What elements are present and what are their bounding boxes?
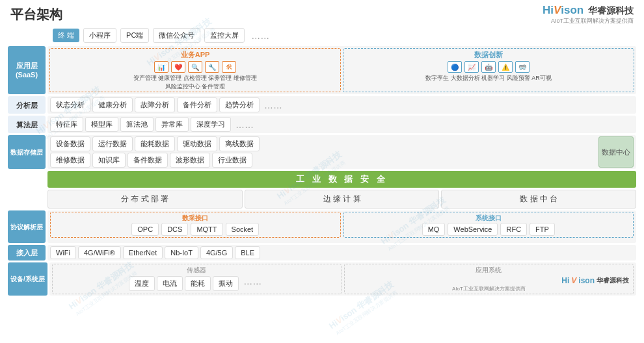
access-row: 接入层 WiFi 4G/WiFi® EtherNet Nb-IoT 4G/5G … xyxy=(8,245,636,260)
access-ethernet: EtherNet xyxy=(123,246,163,259)
application-label: 应用层(SaaS) xyxy=(8,46,46,94)
analysis-dots: …… xyxy=(262,100,285,110)
proto-mqtt: MQTT xyxy=(191,223,222,236)
sensor-title: 传感器 xyxy=(57,266,337,275)
protocol-sys-section: 系统接口 MQ WebService RFC FTP xyxy=(343,212,634,238)
proto-dcs: DCS xyxy=(161,223,188,236)
app-system-title: 应用系统 xyxy=(349,266,629,275)
analysis-trend: 趋势分析 xyxy=(219,97,260,112)
storage-knowledge: 知识库 xyxy=(92,153,126,168)
page-title: 平台架构 xyxy=(10,6,62,23)
storage-waveform: 波形数据 xyxy=(170,153,210,168)
protocol-sys-items: MQ WebService RFC FTP xyxy=(348,223,630,236)
security-row: 工 业 数 据 安 全 xyxy=(8,171,636,188)
access-wifi: WiFi xyxy=(50,246,76,259)
device-row: 设备/系统层 传感器 温度 电流 能耗 振动 …… 应用系统 HiVison xyxy=(8,262,636,296)
protocol-sys-title: 系统接口 xyxy=(348,214,630,223)
sensor-vibration: 振动 xyxy=(213,276,239,291)
terminal-wechat: 微信公众号 xyxy=(153,28,200,43)
data-innovation-section: 数据创新 🔵 📈 🤖 ⚠️ 🥽 数字孪生 大数据分析 机器学习 风险预警 AR可… xyxy=(343,48,634,92)
terminal-content: 终 端 小程序 PC端 微信公众号 监控大屏 …… xyxy=(47,27,636,44)
app-icon-maintain: 🔧 xyxy=(205,61,219,73)
application-row: 应用层(SaaS) 业务APP 📊 ❤️ 🔍 🔧 🛠 资产管理 健康管理 点检管… xyxy=(8,46,636,94)
protocol-label: 协议解析层 xyxy=(8,210,46,243)
logo-brand: 华睿源科技 xyxy=(588,5,634,16)
analysis-row: 分析层 状态分析 健康分析 故障分析 备件分析 趋势分析 …… xyxy=(8,96,636,114)
application-content: 业务APP 📊 ❤️ 🔍 🔧 🛠 资产管理 健康管理 点检管理 保养管理 维修管… xyxy=(47,46,636,94)
data-icon-ml: 🤖 xyxy=(481,61,496,73)
sensor-current: 电流 xyxy=(157,276,183,291)
architecture-grid: 终 端 小程序 PC端 微信公众号 监控大屏 …… 应用层(SaaS) 业务AP… xyxy=(8,27,636,296)
storage-energy: 能耗数据 xyxy=(135,136,175,151)
sensor-section: 传感器 温度 电流 能耗 振动 …… xyxy=(52,264,342,294)
security-spacer xyxy=(8,171,46,188)
algorithm-row: 算法层 特征库 模型库 算法池 异常库 深度学习 …… xyxy=(8,116,636,133)
analysis-status: 状态分析 xyxy=(50,97,90,112)
app-icon-inspect: 🔍 xyxy=(188,61,202,73)
data-icon-twin: 🔵 xyxy=(448,61,462,73)
algo-feature: 特征库 xyxy=(50,117,83,132)
logo-area: HiVison 华睿源科技 AIoT工业互联网解决方案提供商 xyxy=(543,4,634,25)
storage-repair: 维修数据 xyxy=(50,153,90,168)
proto-socket: Socket xyxy=(226,223,260,236)
proto-rfc: RFC xyxy=(500,223,527,236)
device-content: 传感器 温度 电流 能耗 振动 …… 应用系统 HiVison 华睿源科技 xyxy=(49,262,636,296)
storage-offline: 离线数据 xyxy=(219,136,260,151)
distribution-row: 分 布 式 部 署 边 缘 计 算 数 据 中 台 xyxy=(8,190,636,209)
protocol-sections: 数采接口 OPC DCS MQTT Socket 系统接口 MQ xyxy=(50,212,634,238)
logo-ison: ison xyxy=(561,4,584,16)
access-ble: BLE xyxy=(235,246,260,259)
analysis-content: 状态分析 健康分析 故障分析 备件分析 趋势分析 …… xyxy=(47,96,636,114)
terminal-dots: …… xyxy=(248,31,272,41)
app-system-sub: AIoT工业互联网解决方案提供商 xyxy=(349,285,629,292)
analysis-health: 健康分析 xyxy=(92,97,133,112)
algo-anomaly: 异常库 xyxy=(155,117,189,132)
terminal-label: 终 端 xyxy=(53,29,79,42)
app-icon-asset: 📊 xyxy=(154,61,168,73)
storage-operation: 运行数据 xyxy=(92,136,133,151)
analysis-fault: 故障分析 xyxy=(135,97,175,112)
terminal-miniapp: 小程序 xyxy=(83,28,116,43)
logo-subtitle: AIoT工业互联网解决方案提供商 xyxy=(551,17,634,25)
access-label: 接入层 xyxy=(8,245,46,260)
access-4gwifi: 4G/WiFi® xyxy=(78,246,121,259)
storage-label: 数据存储层 xyxy=(8,135,46,169)
business-app-title: 业务APP xyxy=(53,50,338,60)
storage-industry: 行业数据 xyxy=(212,153,252,168)
protocol-row: 协议解析层 数采接口 OPC DCS MQTT Socket xyxy=(8,210,636,243)
proto-ftp: FTP xyxy=(530,223,555,236)
sensor-dots: …… xyxy=(241,276,264,291)
protocol-data-items: OPC DCS MQTT Socket xyxy=(55,223,336,236)
analysis-label: 分析层 xyxy=(8,96,46,114)
storage-row2: 维修数据 知识库 备件数据 波形数据 行业数据 xyxy=(50,153,597,168)
algorithm-dots: …… xyxy=(233,120,256,130)
proto-mq: MQ xyxy=(422,223,446,236)
storage-device: 设备数据 xyxy=(50,136,90,151)
proto-webservice: WebService xyxy=(448,223,498,236)
sensor-temp: 温度 xyxy=(129,276,155,291)
device-label: 设备/系统层 xyxy=(8,262,47,296)
security-label: 工 业 数 据 安 全 xyxy=(296,174,387,184)
terminal-row: 终 端 小程序 PC端 微信公众号 监控大屏 …… xyxy=(8,27,636,44)
data-icon-ar: 🥽 xyxy=(515,61,530,73)
storage-drive: 驱动数据 xyxy=(177,136,217,151)
storage-content: 设备数据 运行数据 能耗数据 驱动数据 离线数据 维修数据 知识库 备件数据 波… xyxy=(47,135,636,169)
algorithm-label: 算法层 xyxy=(8,116,46,133)
protocol-content: 数采接口 OPC DCS MQTT Socket 系统接口 MQ xyxy=(47,210,636,243)
logo-v: V xyxy=(554,4,561,16)
terminal-monitor: 监控大屏 xyxy=(204,28,245,43)
distribution-content: 分 布 式 部 署 边 缘 计 算 数 据 中 台 xyxy=(47,190,636,209)
analysis-spare: 备件分析 xyxy=(177,97,217,112)
access-nbiot: Nb-IoT xyxy=(165,246,198,259)
logo-hi: Hi xyxy=(543,4,554,16)
app-icon-health: ❤️ xyxy=(171,61,185,73)
logo: HiVison 华睿源科技 xyxy=(543,4,634,17)
storage-spare: 备件数据 xyxy=(127,153,168,168)
business-app-section: 业务APP 📊 ❤️ 🔍 🔧 🛠 资产管理 健康管理 点检管理 保养管理 维修管… xyxy=(49,48,341,92)
protocol-data-title: 数采接口 xyxy=(55,214,336,223)
terminal-pc: PC端 xyxy=(120,28,149,43)
security-content: 工 业 数 据 安 全 xyxy=(47,171,636,188)
app-icon-repair: 🛠 xyxy=(222,61,236,73)
protocol-data-section: 数采接口 OPC DCS MQTT Socket xyxy=(50,212,341,238)
algo-pool: 算法池 xyxy=(120,117,154,132)
